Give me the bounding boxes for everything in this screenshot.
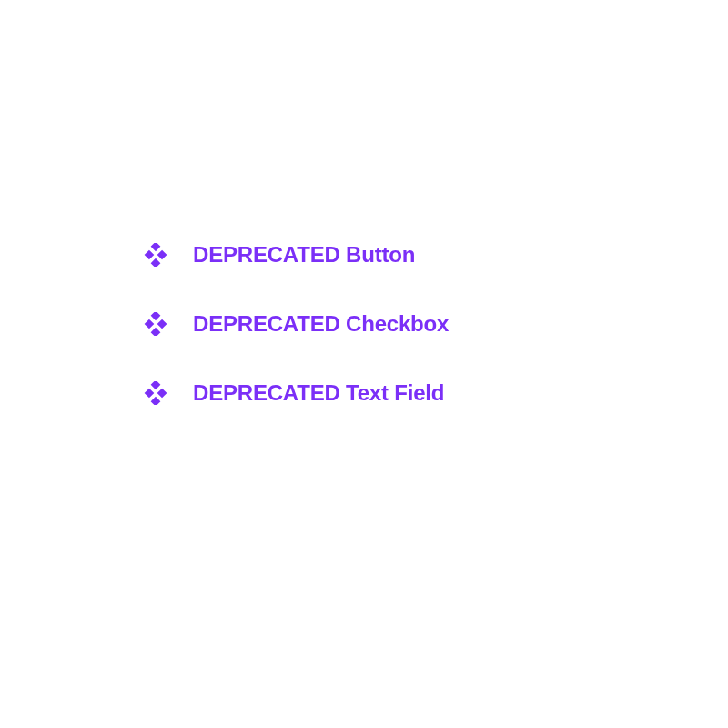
component-item-text-field[interactable]: DEPRECATED Text Field [144, 380, 449, 406]
svg-rect-8 [151, 381, 161, 389]
svg-rect-1 [145, 250, 155, 260]
component-label: DEPRECATED Button [193, 242, 415, 268]
svg-rect-11 [151, 397, 161, 405]
component-item-checkbox[interactable]: DEPRECATED Checkbox [144, 311, 449, 337]
component-icon [144, 381, 167, 405]
component-label: DEPRECATED Checkbox [193, 311, 449, 337]
component-icon [144, 243, 167, 267]
component-item-button[interactable]: DEPRECATED Button [144, 242, 449, 268]
svg-rect-0 [151, 243, 161, 251]
svg-rect-9 [145, 389, 155, 399]
svg-rect-4 [151, 312, 161, 320]
svg-rect-2 [157, 250, 167, 260]
svg-rect-5 [145, 319, 155, 329]
svg-rect-6 [157, 319, 167, 329]
component-icon [144, 312, 167, 336]
component-label: DEPRECATED Text Field [193, 380, 444, 406]
component-list: DEPRECATED Button DEPRECATED Checkbox DE… [144, 242, 449, 406]
svg-rect-10 [157, 389, 167, 399]
svg-rect-3 [151, 258, 161, 267]
svg-rect-7 [151, 328, 161, 336]
